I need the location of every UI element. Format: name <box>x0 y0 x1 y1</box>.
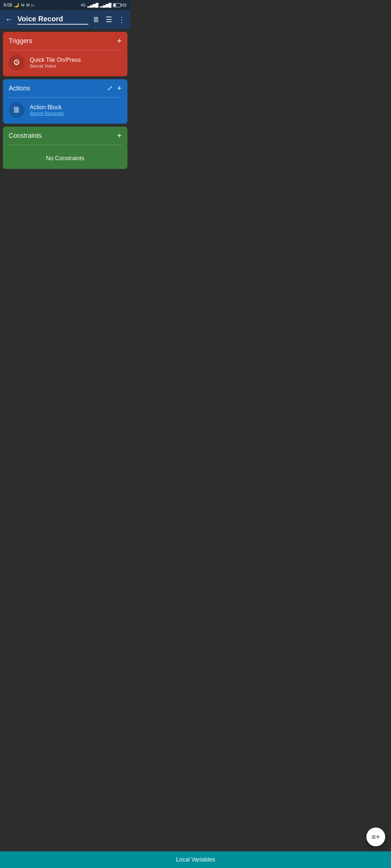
trigger-text: Quick Tile On/Press Secret Voice <box>30 57 81 69</box>
constraints-body: No Constraints <box>3 145 127 169</box>
trigger-sub: Secret Voice <box>30 63 81 69</box>
signal-bars-icon: ▂▄▆█ <box>87 3 99 8</box>
app-bar: ← Voice Record 🗎 ☰ ⋮ <box>0 10 130 29</box>
constraints-title: Constraints <box>9 132 42 140</box>
constraints-add-button[interactable]: + <box>117 132 122 140</box>
status-left: 8:08 🌙 M M ▷ <box>4 3 34 8</box>
quick-tile-icon: ⚙ <box>13 58 20 67</box>
action-name: Action Block <box>30 104 64 111</box>
document-icon[interactable]: 🗎 <box>93 16 100 24</box>
no-constraints-text: No Constraints <box>9 149 122 163</box>
signal-bars2-icon: ▂▄▆█ <box>100 3 112 8</box>
actions-section: Actions ⤢ + 🗎 Action Block Secret Record… <box>3 79 127 124</box>
triggers-body: ⚙ Quick Tile On/Press Secret Voice <box>3 50 127 76</box>
more-options-icon[interactable]: ⋮ <box>118 15 125 24</box>
triggers-header: Triggers + <box>3 32 127 50</box>
page-title: Voice Record <box>17 15 88 25</box>
battery-icon <box>113 3 121 7</box>
battery-level: 32 <box>122 3 127 7</box>
actions-header: Actions ⤢ + <box>3 79 127 97</box>
actions-body: 🗎 Action Block Secret Recorder <box>3 98 127 124</box>
cast-icon: ▷ <box>31 3 34 8</box>
actions-title: Actions <box>9 85 30 92</box>
action-sub[interactable]: Secret Recorder <box>30 111 64 116</box>
constraints-header: Constraints + <box>3 127 127 145</box>
action-block-icon: 🗎 <box>13 105 21 115</box>
action-icon-wrap: 🗎 <box>9 102 25 118</box>
actions-add-button[interactable]: + <box>117 84 122 92</box>
maps-icon: M <box>26 3 30 7</box>
back-button[interactable]: ← <box>5 16 13 24</box>
triggers-add-button[interactable]: + <box>117 37 122 45</box>
actions-expand-button[interactable]: ⤢ <box>107 85 113 92</box>
action-text: Action Block Secret Recorder <box>30 104 64 116</box>
status-bar: 8:08 🌙 M M ▷ 4G ▂▄▆█ ▂▄▆█ 32 <box>0 0 130 10</box>
constraints-section: Constraints + No Constraints <box>3 127 127 169</box>
status-right: 4G ▂▄▆█ ▂▄▆█ 32 <box>81 3 127 8</box>
trigger-icon-wrap: ⚙ <box>9 55 25 71</box>
list-icon[interactable]: ☰ <box>106 15 112 24</box>
app-bar-icons: 🗎 ☰ ⋮ <box>93 15 125 24</box>
signal-4g-icon: 4G <box>81 3 85 7</box>
action-item[interactable]: 🗎 Action Block Secret Recorder <box>9 102 122 118</box>
triggers-section: Triggers + ⚙ Quick Tile On/Press Secret … <box>3 32 127 76</box>
trigger-item[interactable]: ⚙ Quick Tile On/Press Secret Voice <box>9 55 122 71</box>
trigger-name: Quick Tile On/Press <box>30 57 81 63</box>
moon-icon: 🌙 <box>14 3 19 8</box>
triggers-title: Triggers <box>9 37 32 45</box>
gmail-icon: M <box>21 3 24 7</box>
actions-header-icons: ⤢ + <box>107 84 122 92</box>
time: 8:08 <box>4 3 12 8</box>
main-content: Triggers + ⚙ Quick Tile On/Press Secret … <box>0 29 130 172</box>
